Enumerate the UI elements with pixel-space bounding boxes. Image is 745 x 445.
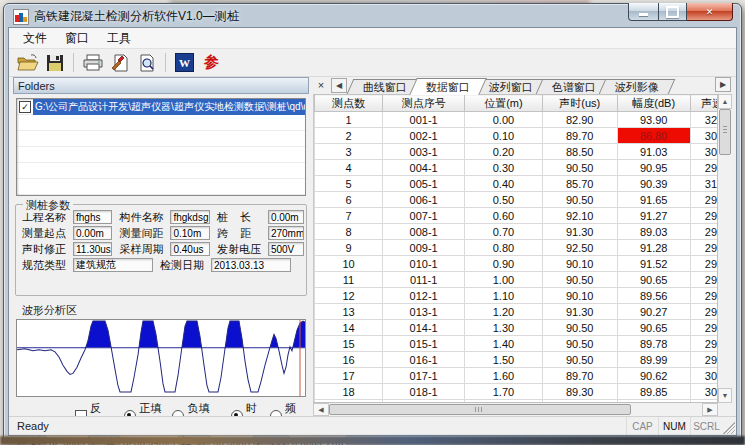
param-value-field[interactable]: 500V [268,242,304,256]
table-cell[interactable]: 3010.03 [690,128,718,144]
table-cell[interactable]: 13 [315,304,383,320]
table-cell[interactable]: 1.60 [465,368,542,384]
folder-list[interactable]: ✓G:\公司产品设计开发\超声仪器\超声仪实地检测数据\测桩\qd\qd03\q… [16,98,306,196]
table-cell[interactable]: 89.03 [617,224,690,240]
menu-item-0[interactable]: 文件 [14,28,56,49]
table-cell[interactable]: 009-1 [383,240,465,256]
column-header[interactable]: 声速(m/s) [690,95,718,112]
table-cell[interactable]: 92.10 [542,208,617,224]
param-value-field[interactable]: 0.00m [268,210,304,224]
folder-item[interactable]: ✓G:\公司产品设计开发\超声仪器\超声仪实地检测数据\测桩\qd\qd03\q… [17,99,305,115]
readout-value-field[interactable]: 3256.94m/s [119,435,179,445]
table-cell[interactable]: 006-1 [383,192,465,208]
table-cell[interactable]: 016-1 [383,352,465,368]
table-cell[interactable]: 0.40 [465,176,542,192]
param-value-field[interactable]: 270mm [268,226,304,240]
table-cell[interactable]: 90.62 [617,368,690,384]
table-cell[interactable]: 1.00 [465,272,542,288]
table-cell[interactable]: 1.10 [465,288,542,304]
table-cell[interactable]: 2983.43 [690,336,718,352]
table-cell[interactable]: 001-1 [383,112,465,128]
tab-数据窗口[interactable]: 数据窗口 [409,78,487,95]
table-cell[interactable]: 2957.28 [690,304,718,320]
table-cell[interactable]: 013-1 [383,304,465,320]
open-button[interactable] [14,51,41,75]
tab-scroll-left-icon[interactable]: ◀ [331,78,347,93]
save-button[interactable] [41,51,68,75]
table-cell[interactable]: 010-1 [383,256,465,272]
table-cell[interactable]: 3050.85 [690,144,718,160]
horizontal-scrollbar[interactable]: ◀ ▶ [313,402,718,416]
table-cell[interactable]: 018-1 [383,384,465,400]
print-button[interactable] [79,51,106,75]
param-value-field[interactable]: 0.10m [170,226,209,240]
table-cell[interactable]: 90.50 [542,336,617,352]
table-cell[interactable]: 90.50 [542,320,617,336]
horizontal-scroll-thumb[interactable] [329,404,631,415]
table-cell[interactable]: 002-1 [383,128,465,144]
table-cell[interactable]: 015-1 [383,336,465,352]
table-cell[interactable]: 2996.67 [690,256,718,272]
table-row[interactable]: 8008-10.7091.3089.032957.286.40 [315,224,719,240]
checkbox-icon[interactable]: ✓ [19,101,31,113]
table-cell[interactable]: 90.50 [542,160,617,176]
table-cell[interactable]: 89.78 [617,336,690,352]
table-cell[interactable]: 91.28 [617,240,690,256]
table-cell[interactable]: 1.50 [465,352,542,368]
table-cell[interactable]: 89.70 [542,128,617,144]
table-cell[interactable]: 2 [315,128,383,144]
param-value-field[interactable]: 2013.03.13 [211,258,291,272]
table-row[interactable]: 3003-10.2088.5091.033050.8514.4 [315,144,719,160]
table-cell[interactable]: 15 [315,336,383,352]
column-header[interactable]: 声时(us) [542,95,617,112]
table-cell[interactable]: 90.95 [617,160,690,176]
table-cell[interactable]: 004-1 [383,160,465,176]
table-cell[interactable]: 2983.43 [690,160,718,176]
table-row[interactable]: 1001-10.0082.9093.903256.940.00 [315,112,719,128]
param-value-field[interactable]: 11.30us [73,242,112,256]
table-cell[interactable]: 11 [315,272,383,288]
table-row[interactable]: 7007-10.6092.1091.272931.6025.6 [315,208,719,224]
table-cell[interactable]: 91.30 [542,224,617,240]
readout-value-field[interactable]: 82.90us [45,435,89,445]
param-value-field[interactable]: 0.00m [73,226,112,240]
column-header[interactable]: 位置(m) [465,95,542,112]
menu-item-1[interactable]: 窗口 [56,28,98,49]
param-value-field[interactable]: fhghs [73,210,112,224]
table-cell[interactable]: 3010.03 [690,368,718,384]
table-cell[interactable]: 003-1 [383,144,465,160]
table-cell[interactable]: 90.50 [542,192,617,208]
table-cell[interactable]: 0.80 [465,240,542,256]
column-header[interactable]: 测点数 [315,95,383,112]
table-cell[interactable]: 3256.94 [690,112,718,128]
table-cell[interactable]: 4 [315,160,383,176]
table-cell[interactable]: 91.52 [617,256,690,272]
table-cell[interactable]: 9 [315,240,383,256]
table-cell[interactable]: 011-1 [383,272,465,288]
table-cell[interactable]: 18 [315,384,383,400]
readout-value-field[interactable]: 0.00us^2/m [288,435,347,445]
table-cell[interactable]: 2983.43 [690,320,718,336]
table-cell[interactable]: 14 [315,320,383,336]
table-cell[interactable]: 2983.43 [690,352,718,368]
table-cell[interactable]: 0.70 [465,224,542,240]
table-row[interactable]: 16016-11.5090.5089.992983.430.00 [315,352,719,368]
table-row[interactable]: 11011-11.0090.5090.652983.431.60 [315,272,719,288]
table-cell[interactable]: 017-1 [383,368,465,384]
table-cell[interactable]: 8 [315,224,383,240]
table-cell[interactable]: 16 [315,352,383,368]
readout-value-field[interactable]: 93.90dB [209,435,254,445]
vertical-scrollbar[interactable]: ▲ ▼ [717,94,732,403]
table-cell[interactable]: 89.85 [617,384,690,400]
table-row[interactable]: 15015-11.4090.5089.782983.430.00 [315,336,719,352]
table-cell[interactable]: 6 [315,192,383,208]
column-header[interactable]: 幅度(dB) [617,95,690,112]
table-cell[interactable]: 2996.67 [690,288,718,304]
table-cell[interactable]: 93.90 [617,112,690,128]
table-cell[interactable]: 014-1 [383,320,465,336]
resize-grip[interactable] [723,422,735,434]
table-cell[interactable]: 007-1 [383,208,465,224]
param-value-field[interactable]: fhgkdsg [170,210,209,224]
table-cell[interactable]: 008-1 [383,224,465,240]
table-row[interactable]: 6006-10.5090.5091.652983.43230.4 [315,192,719,208]
